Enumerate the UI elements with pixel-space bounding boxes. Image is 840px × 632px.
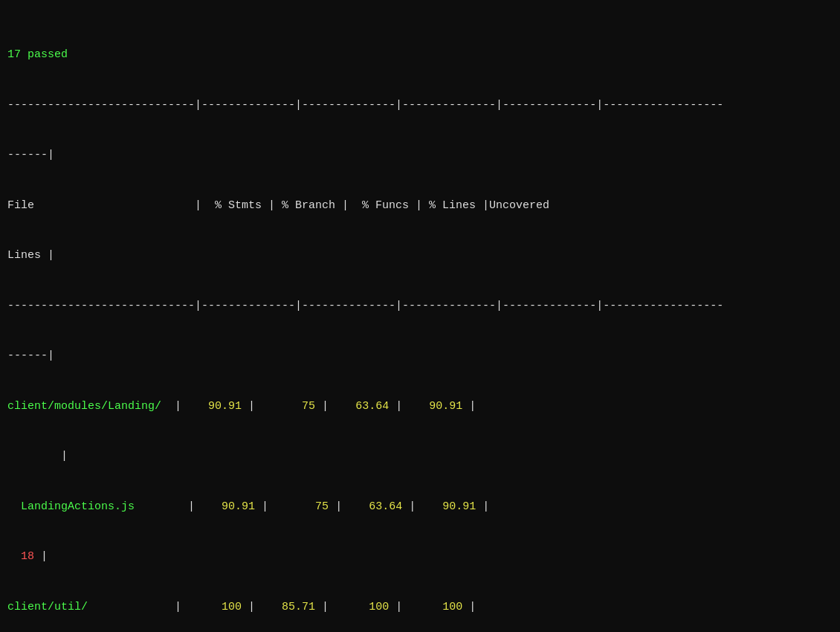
header-line: File | % Stmts | % Branch | % Funcs | % … (7, 198, 833, 215)
terminal-output: 17 passed ----------------------------|-… (0, 7, 840, 632)
separator-line-2b: ------| (7, 348, 833, 365)
dir2-line: client/util/ | 100 | 85.71 | 100 | 100 | (7, 599, 833, 616)
passed-text: 17 passed (7, 48, 68, 61)
passed-line: 17 passed (7, 47, 833, 64)
separator-line-1b: ------| (7, 147, 833, 164)
file1-text: LandingActions.js (21, 500, 135, 513)
dir1-line: client/modules/Landing/ | 90.91 | 75 | 6… (7, 399, 833, 416)
separator-line-1: ----------------------------|-----------… (7, 97, 833, 115)
dir1-text: client/modules/Landing/ (7, 400, 175, 413)
separator-line-2: ----------------------------|-----------… (7, 298, 833, 315)
header-line-2: Lines | (7, 248, 833, 265)
dir2-text: client/util/ (7, 601, 175, 613)
dir1-line-b: | (7, 448, 833, 465)
file1-line: LandingActions.js | 90.91 | 75 | 63.64 |… (7, 499, 833, 516)
file1-line-b: 18 | (7, 549, 833, 566)
